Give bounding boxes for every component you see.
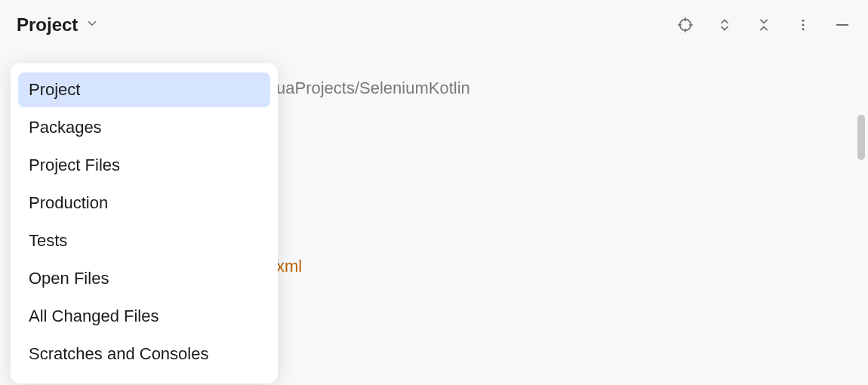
target-icon[interactable]	[676, 16, 694, 34]
svg-point-5	[802, 20, 805, 22]
svg-point-6	[802, 24, 805, 26]
view-selector-label: Project	[17, 14, 78, 35]
project-path-text: uaProjects/SeleniumKotlin	[276, 79, 470, 98]
scrollbar-thumb[interactable]	[857, 115, 865, 160]
dropdown-item-label: All Changed Files	[29, 306, 159, 325]
project-tool-toolbar: Project	[0, 0, 868, 50]
dropdown-item-production[interactable]: Production	[18, 186, 270, 220]
hide-icon[interactable]	[833, 16, 851, 34]
dropdown-item-open-files[interactable]: Open Files	[18, 261, 270, 296]
dropdown-item-all-changed-files[interactable]: All Changed Files	[18, 299, 270, 334]
dropdown-item-label: Project Files	[29, 156, 120, 174]
dropdown-item-packages[interactable]: Packages	[18, 110, 270, 145]
view-selector-dropdown: Project Packages Project Files Productio…	[11, 63, 278, 383]
view-selector[interactable]: Project	[17, 14, 99, 35]
dropdown-item-tests[interactable]: Tests	[18, 223, 270, 258]
collapse-all-icon[interactable]	[755, 16, 773, 34]
toolbar-actions	[676, 16, 851, 34]
dropdown-item-label: Production	[29, 193, 108, 212]
dropdown-item-label: Tests	[29, 231, 67, 250]
more-options-icon[interactable]	[794, 16, 812, 34]
expand-collapse-icon[interactable]	[716, 16, 734, 34]
partial-filename-1: xml	[276, 257, 302, 276]
dropdown-item-project[interactable]: Project	[18, 72, 270, 107]
dropdown-item-label: Open Files	[29, 269, 109, 288]
dropdown-item-label: Scratches and Consoles	[29, 344, 208, 363]
dropdown-item-label: Project	[29, 80, 80, 99]
chevron-down-icon	[85, 17, 99, 33]
svg-point-7	[802, 28, 805, 30]
dropdown-item-scratches-and-consoles[interactable]: Scratches and Consoles	[18, 337, 270, 371]
project-tree-area: uaProjects/SeleniumKotlin xml </> vcs.xm…	[0, 50, 868, 385]
dropdown-item-project-files[interactable]: Project Files	[18, 148, 270, 183]
dropdown-item-label: Packages	[29, 118, 102, 137]
